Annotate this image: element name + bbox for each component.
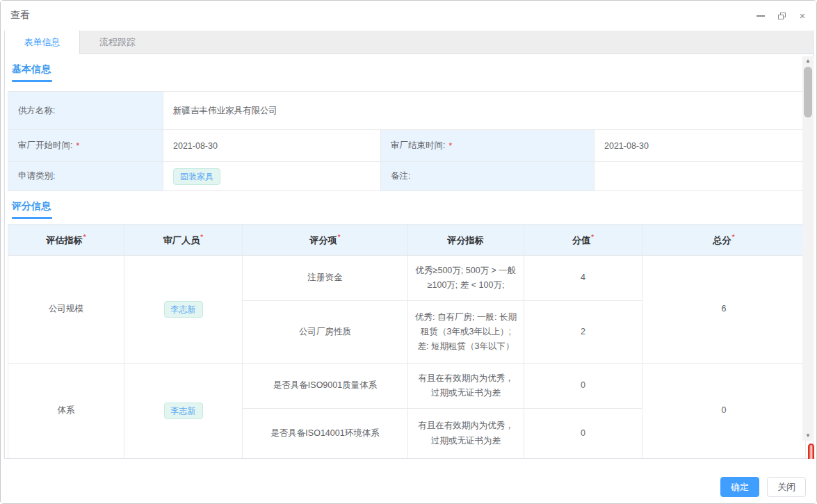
col-header-auditor: 审厂人员* xyxy=(124,225,243,256)
close-button[interactable]: 关闭 xyxy=(767,477,806,497)
score-item-cell: 公司厂房性质 xyxy=(243,301,408,364)
close-icon[interactable]: × xyxy=(798,11,807,21)
apply-category-value: 固装家具 xyxy=(163,161,380,190)
dialog-title-bar: 查看 × xyxy=(1,1,816,31)
form-scroll-area: 基本信息 供方名称: 新疆吉丰伟业家具有限公司 审厂开始时间:* 2021-08… xyxy=(5,63,813,459)
col-header-total-score: 总分* xyxy=(642,225,806,256)
auditor-tag: 李志新 xyxy=(164,403,203,419)
confirm-button[interactable]: 确定 xyxy=(720,477,759,497)
audit-start-value: 2021-08-30 xyxy=(163,129,380,161)
col-header-score-value: 分值* xyxy=(524,225,642,256)
score-item-cell: 注册资金 xyxy=(243,256,408,301)
score-value-cell: 0 xyxy=(524,364,642,409)
col-header-indicator: 评估指标* xyxy=(8,225,124,256)
score-value-cell: 2 xyxy=(524,301,642,364)
total-score-cell: 6 xyxy=(642,256,806,364)
remark-value xyxy=(594,161,805,190)
section-underline xyxy=(12,217,52,219)
scoring-table: 评估指标* 审厂人员* 评分项* 评分指标 分值* 总分* 公司规模 李志新 xyxy=(8,224,806,459)
section-title-scoring-info: 评分信息 xyxy=(12,200,813,213)
dialog-title: 查看 xyxy=(10,9,30,22)
score-criteria-cell: 有且在有效期内为优秀，过期或无证书为差 xyxy=(408,364,524,409)
tab-form-info[interactable]: 表单信息 xyxy=(5,31,80,54)
auditor-cell: 李志新 xyxy=(124,364,243,459)
scrollbar-thumb[interactable] xyxy=(804,67,812,117)
col-header-score-item: 评分项* xyxy=(243,225,408,256)
indicator-cell: 体系 xyxy=(8,364,124,459)
section-underline xyxy=(12,80,52,82)
audit-end-label: 审厂结束时间:* xyxy=(380,129,594,161)
supplier-name-label: 供方名称: xyxy=(8,92,163,129)
score-value-cell: 4 xyxy=(524,256,642,301)
tab-process-tracking[interactable]: 流程跟踪 xyxy=(80,31,155,54)
score-value-cell: 0 xyxy=(524,409,642,459)
audit-start-label: 审厂开始时间:* xyxy=(8,129,163,161)
scroll-down-icon[interactable]: ▼ xyxy=(802,432,814,440)
tab-bar: 表单信息 流程跟踪 xyxy=(5,31,813,54)
auditor-tag: 李志新 xyxy=(164,301,203,318)
minimize-icon[interactable] xyxy=(756,11,766,21)
basic-info-table: 供方名称: 新疆吉丰伟业家具有限公司 审厂开始时间:* 2021-08-30 审… xyxy=(8,91,806,191)
supplier-name-value: 新疆吉丰伟业家具有限公司 xyxy=(163,92,805,129)
dialog-footer: 确定 关闭 xyxy=(1,459,816,503)
dialog-body: 表单信息 流程跟踪 基本信息 供方名称: 新疆吉丰伟业家具有限公司 审厂开始时间… xyxy=(4,31,814,459)
auditor-cell: 李志新 xyxy=(124,256,243,364)
window-controls: × xyxy=(756,11,807,21)
apply-category-label: 申请类别: xyxy=(8,161,163,190)
view-dialog: 查看 × 表单信息 流程跟踪 基本信息 供方名称: 新疆吉丰伟业家具有限公司 xyxy=(0,0,817,504)
score-item-cell: 是否具备ISO9001质量体系 xyxy=(243,364,408,409)
table-row: 体系 李志新 是否具备ISO9001质量体系 有且在有效期内为优秀，过期或无证书… xyxy=(8,364,806,409)
remark-label: 备注: xyxy=(380,161,594,190)
score-criteria-cell: 优秀: 自有厂房; 一般: 长期租赁（3年或3年以上）; 差: 短期租赁（3年以… xyxy=(408,301,524,364)
restore-icon[interactable] xyxy=(777,11,786,21)
score-criteria-cell: 有且在有效期内为优秀，过期或无证书为差 xyxy=(408,409,524,459)
vertical-scrollbar[interactable]: ▲ ▼ xyxy=(802,56,814,441)
col-header-score-criteria: 评分指标 xyxy=(408,225,524,256)
total-score-cell: 0 xyxy=(642,364,806,459)
score-item-cell: 是否具备ISO14001环境体系 xyxy=(243,409,408,459)
scoring-header-row: 评估指标* 审厂人员* 评分项* 评分指标 分值* 总分* xyxy=(8,225,806,256)
indicator-cell: 公司规模 xyxy=(8,256,124,364)
table-row: 公司规模 李志新 注册资金 优秀≥500万; 500万 > 一般≥100万; 差… xyxy=(8,256,806,301)
score-criteria-cell: 优秀≥500万; 500万 > 一般≥100万; 差 < 100万; xyxy=(408,256,524,301)
audit-end-value: 2021-08-30 xyxy=(594,129,805,161)
scroll-up-icon[interactable]: ▲ xyxy=(802,57,814,65)
section-title-basic-info: 基本信息 xyxy=(12,63,813,76)
category-tag: 固装家具 xyxy=(173,168,220,185)
